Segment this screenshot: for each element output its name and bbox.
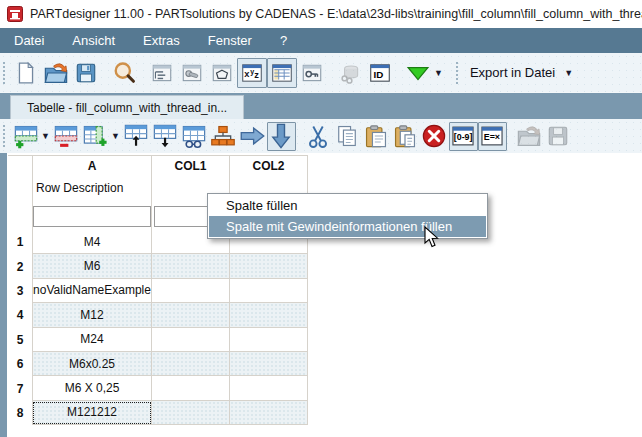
cell-col2[interactable] xyxy=(230,254,308,278)
add-row-button[interactable] xyxy=(11,122,40,151)
table-row: 4 M12 xyxy=(8,303,308,327)
move-row-down-button[interactable] xyxy=(151,122,180,151)
table-row: 6 M6x0.25 xyxy=(8,352,308,376)
window-features-button[interactable] xyxy=(297,58,327,88)
magnifier-icon xyxy=(111,60,137,86)
status-check-button[interactable] xyxy=(403,58,433,88)
cell-col2[interactable] xyxy=(230,328,308,352)
menu-extras[interactable]: Extras xyxy=(129,33,194,48)
new-document-icon xyxy=(14,61,38,85)
search-button[interactable] xyxy=(109,58,139,88)
cell-col1[interactable] xyxy=(152,401,230,425)
cell-col1[interactable] xyxy=(152,254,230,278)
cell-name[interactable]: M12 xyxy=(32,303,152,327)
formula-display-button[interactable]: E=× xyxy=(478,122,507,151)
row-number[interactable]: 4 xyxy=(8,303,32,327)
import-icon xyxy=(516,123,542,149)
row-number[interactable]: 6 xyxy=(8,352,32,376)
menu-bar: Datei Ansicht Extras Fenster ? xyxy=(0,28,642,53)
header-corner xyxy=(8,156,32,203)
new-document-button[interactable] xyxy=(11,58,41,88)
menu-help[interactable]: ? xyxy=(266,33,301,48)
add-row-dropdown-caret[interactable]: ▼ xyxy=(41,131,50,141)
delete-row-button[interactable] xyxy=(52,122,81,151)
cell-col2[interactable] xyxy=(230,279,308,303)
table-row: 7 M6 X 0,25 xyxy=(8,376,308,400)
tab-tabelle[interactable]: Tabelle - fill_column_with_thread_in... xyxy=(10,95,244,120)
copy-icon xyxy=(334,123,360,149)
transfer-right-button[interactable] xyxy=(238,122,267,151)
menu-ansicht[interactable]: Ansicht xyxy=(58,33,129,48)
cell-col1[interactable] xyxy=(152,303,230,327)
menu-item-spalte-fuellen[interactable]: Spalte füllen xyxy=(209,195,486,216)
id-icon: ID xyxy=(368,61,392,85)
move-row-up-button[interactable] xyxy=(122,122,151,151)
formula-icon: E=× xyxy=(479,123,505,149)
column-header-col1[interactable]: COL1 xyxy=(152,156,229,179)
column-header-col2[interactable]: COL2 xyxy=(230,156,307,179)
cell-name[interactable]: M6 X 0,25 xyxy=(32,376,152,400)
toolbar-drag-handle[interactable] xyxy=(455,61,460,85)
menu-item-spalte-gewinde-fuellen[interactable]: Spalte mit Gewindeinformationen füllen xyxy=(209,216,486,237)
window-sketch-button[interactable] xyxy=(207,58,237,88)
window-table-button[interactable] xyxy=(267,58,297,88)
cell-col2[interactable] xyxy=(230,376,308,400)
row-number[interactable]: 3 xyxy=(8,279,32,303)
save-button[interactable] xyxy=(71,58,101,88)
open-button[interactable] xyxy=(41,58,71,88)
toolbar-drag-handle[interactable] xyxy=(2,124,7,148)
tab-strip: Tabelle - fill_column_with_thread_in... xyxy=(0,92,642,119)
cell-col1[interactable] xyxy=(152,328,230,352)
id-button[interactable]: ID xyxy=(365,58,395,88)
window-3d-view-button[interactable] xyxy=(177,58,207,88)
paste-icon xyxy=(363,123,389,149)
add-column-dropdown-caret[interactable]: ▼ xyxy=(111,131,120,141)
menu-fenster[interactable]: Fenster xyxy=(194,33,266,48)
cell-col2[interactable] xyxy=(230,303,308,327)
move-row-up-icon xyxy=(123,123,149,149)
export-button[interactable]: Export in Datei xyxy=(470,65,555,80)
export-dropdown-caret[interactable]: ▼ xyxy=(564,68,573,78)
paste-special-button[interactable] xyxy=(391,122,420,151)
window-topology-button[interactable] xyxy=(147,58,177,88)
save-floppy-icon xyxy=(74,61,98,85)
filter-input-a[interactable] xyxy=(33,206,151,227)
cell-name[interactable]: M24 xyxy=(32,328,152,352)
cell-name[interactable]: M4 xyxy=(32,230,152,254)
column-header-a[interactable]: A xyxy=(33,156,151,179)
cell-col2[interactable] xyxy=(230,401,308,425)
row-number[interactable]: 1 xyxy=(8,230,32,254)
toolbar-drag-handle[interactable] xyxy=(2,61,7,85)
copy-button[interactable] xyxy=(333,122,362,151)
cell-col1[interactable] xyxy=(152,376,230,400)
open-folder-icon xyxy=(43,60,69,86)
delete-button[interactable] xyxy=(420,122,449,151)
title-bar: PARTdesigner 11.00 - PARTsolutions by CA… xyxy=(0,0,642,28)
cell-col1[interactable] xyxy=(152,352,230,376)
row-number[interactable]: 7 xyxy=(8,376,32,400)
cell-col2[interactable] xyxy=(230,352,308,376)
arrow-down-icon xyxy=(268,122,294,150)
cell-name-active[interactable]: M121212 xyxy=(32,401,152,425)
assembly-link-icon xyxy=(338,61,362,85)
window-variables-button[interactable]: x y z xyxy=(237,58,267,88)
transfer-down-button[interactable] xyxy=(267,122,296,151)
row-number[interactable]: 8 xyxy=(8,401,32,425)
cell-name[interactable]: M6 xyxy=(32,254,152,278)
row-number[interactable]: 2 xyxy=(8,254,32,278)
status-check-dropdown-caret[interactable]: ▼ xyxy=(434,68,443,78)
paste-button[interactable] xyxy=(362,122,391,151)
row-number[interactable]: 5 xyxy=(8,328,32,352)
app-icon xyxy=(7,6,23,22)
table-row: 8 M121212 xyxy=(8,401,308,425)
numeric-display-button[interactable]: [0-9] xyxy=(449,122,478,151)
svg-text:ID: ID xyxy=(373,68,383,79)
cell-name[interactable]: noValidNameExample xyxy=(32,279,152,303)
hierarchy-button[interactable] xyxy=(209,122,238,151)
menu-datei[interactable]: Datei xyxy=(0,33,58,48)
add-column-button[interactable] xyxy=(81,122,110,151)
cut-button[interactable] xyxy=(304,122,333,151)
preview-rows-button[interactable] xyxy=(180,122,209,151)
cell-col1[interactable] xyxy=(152,279,230,303)
cell-name[interactable]: M6x0.25 xyxy=(32,352,152,376)
